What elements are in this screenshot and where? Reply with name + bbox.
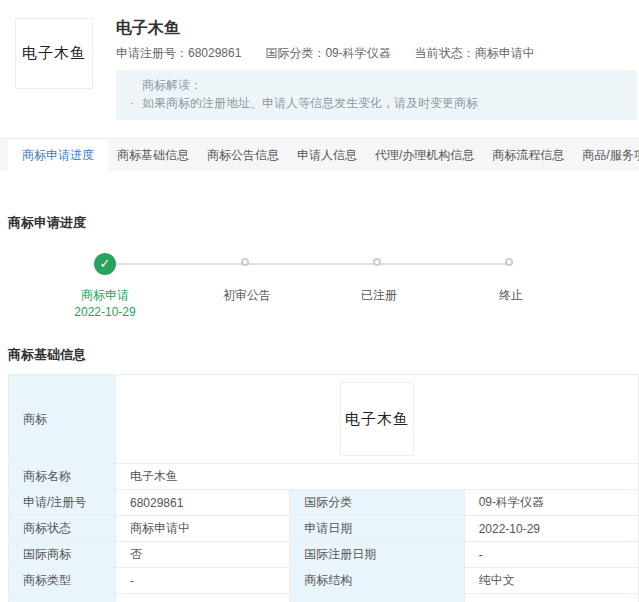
table-row-type-structure: 商标类型 - 商标结构 纯中文 [9,568,639,594]
table-row-regno-class: 申请/注册号 68029861 国际分类 09-科学仪器 [9,490,639,516]
trademark-label-cell: 商标 [9,375,116,464]
progress-section-title: 商标申请进度 [8,215,639,230]
name-label-cell: 商标名称 [9,464,116,490]
bullet-icon: · [130,95,142,111]
step-label-apply: 商标申请 [81,287,129,304]
stepper-line [105,263,511,265]
basic-info-table: 商标 电子木鱼 商标名称 电子木鱼 申请/注册号 68029861 国际分类 0… [8,374,639,602]
trademark-logo-box: 电子木鱼 [15,18,93,89]
step-circle-pending [505,258,513,266]
header: 电子木鱼 电子木鱼 申请注册号：68029861 国际分类：09-科学仪器 当前… [0,0,639,120]
regno-label-cell: 申请/注册号 [9,490,116,516]
notice-title: 商标解读： [142,77,623,93]
apply-date-value-cell: 2022-10-29 [464,516,638,542]
header-main: 电子木鱼 申请注册号：68029861 国际分类：09-科学仪器 当前状态：商标… [116,18,637,120]
basic-info-section-title: 商标基础信息 [8,347,639,362]
trademark-logo-text: 电子木鱼 [22,44,86,63]
page-title: 电子木鱼 [116,18,637,37]
intl-tm-label-cell: 国际商标 [9,542,116,568]
table-row-partial [9,594,639,602]
intl-class-label-cell: 国际分类 [290,490,464,516]
tm-type-label-cell: 商标类型 [9,568,116,594]
table-row-name: 商标名称 电子木鱼 [9,464,639,490]
tab-trademark-progress[interactable]: 商标申请进度 [8,139,108,171]
tab-applicant-info[interactable]: 申请人信息 [288,139,366,171]
trademark-image: 电子木鱼 [340,382,414,456]
tab-basic-info[interactable]: 商标基础信息 [108,139,198,171]
check-icon: ✓ [100,256,111,271]
tab-goods-services[interactable]: 商品/服务项目 [573,139,639,171]
intl-class-value-cell: 09-科学仪器 [464,490,638,516]
table-row-status-date: 商标状态 商标申请中 申请日期 2022-10-29 [9,516,639,542]
name-value-cell: 电子木鱼 [116,464,639,490]
intl-tm-value-cell: 否 [116,542,290,568]
tm-structure-label-cell: 商标结构 [290,568,464,594]
progress-stepper: ✓ 商标申请 2022-10-29 初审公告 已注册 终止 [0,247,639,323]
step-circle-completed: ✓ [94,253,116,275]
trademark-image-cell: 电子木鱼 [116,375,639,464]
trademark-image-text: 电子木鱼 [345,410,409,429]
intl-reg-date-value-cell: - [464,542,638,568]
regno-value-cell: 68029861 [116,490,290,516]
step-label-preliminary: 初审公告 [223,287,271,304]
tab-process-info[interactable]: 商标流程信息 [483,139,573,171]
step-label-terminated: 终止 [499,287,523,304]
tab-agency-info[interactable]: 代理/办理机构信息 [366,139,483,171]
intl-class-info: 国际分类：09-科学仪器 [265,46,390,60]
notice-box: 商标解读： · 如果商标的注册地址、申请人等信息发生变化，请及时变更商标 [116,70,637,120]
step-label-registered: 已注册 [361,287,397,304]
current-status-info: 当前状态：商标申请中 [415,46,535,60]
status-label-cell: 商标状态 [9,516,116,542]
intl-reg-date-label-cell: 国际注册日期 [290,542,464,568]
tab-bar: 商标申请进度 商标基础信息 商标公告信息 申请人信息 代理/办理机构信息 商标流… [0,138,639,171]
reg-number-info: 申请注册号：68029861 [116,46,241,60]
step-circle-pending [241,258,249,266]
notice-item: · 如果商标的注册地址、申请人等信息发生变化，请及时变更商标 [130,95,623,111]
table-row-intl: 国际商标 否 国际注册日期 - [9,542,639,568]
apply-date-label-cell: 申请日期 [290,516,464,542]
tab-announcement-info[interactable]: 商标公告信息 [198,139,288,171]
status-value-cell: 商标申请中 [116,516,290,542]
step-date-apply: 2022-10-29 [74,305,135,319]
notice-text: 如果商标的注册地址、申请人等信息发生变化，请及时变更商标 [142,95,478,111]
tm-structure-value-cell: 纯中文 [464,568,638,594]
tm-type-value-cell: - [116,568,290,594]
table-row-trademark: 商标 电子木鱼 [9,375,639,464]
header-info-line: 申请注册号：68029861 国际分类：09-科学仪器 当前状态：商标申请中 [116,46,637,60]
step-circle-pending [373,258,381,266]
